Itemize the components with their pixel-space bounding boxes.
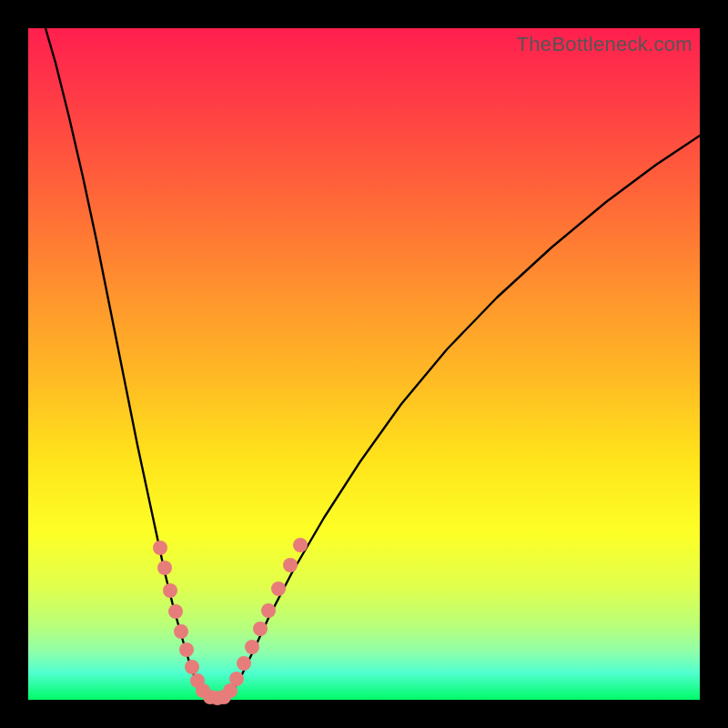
data-point (157, 561, 172, 575)
data-point (237, 656, 251, 671)
data-point (153, 541, 167, 555)
data-point (179, 642, 194, 657)
data-point (271, 581, 286, 596)
data-point (261, 603, 276, 618)
data-point (283, 558, 298, 572)
chart-frame: TheBottleneck.com (0, 0, 728, 728)
data-point (229, 672, 244, 686)
plot-area: TheBottleneck.com (28, 28, 700, 700)
series-right-curve (224, 136, 700, 700)
data-point (253, 622, 268, 636)
data-point (293, 538, 308, 552)
data-point (163, 583, 177, 598)
data-point (168, 604, 183, 619)
data-point (185, 660, 199, 674)
curve-markers (153, 538, 308, 705)
series-left-curve (46, 28, 210, 700)
chart-svg (28, 28, 700, 700)
data-point (245, 640, 259, 654)
curve-lines (46, 28, 700, 700)
data-point (174, 624, 188, 639)
